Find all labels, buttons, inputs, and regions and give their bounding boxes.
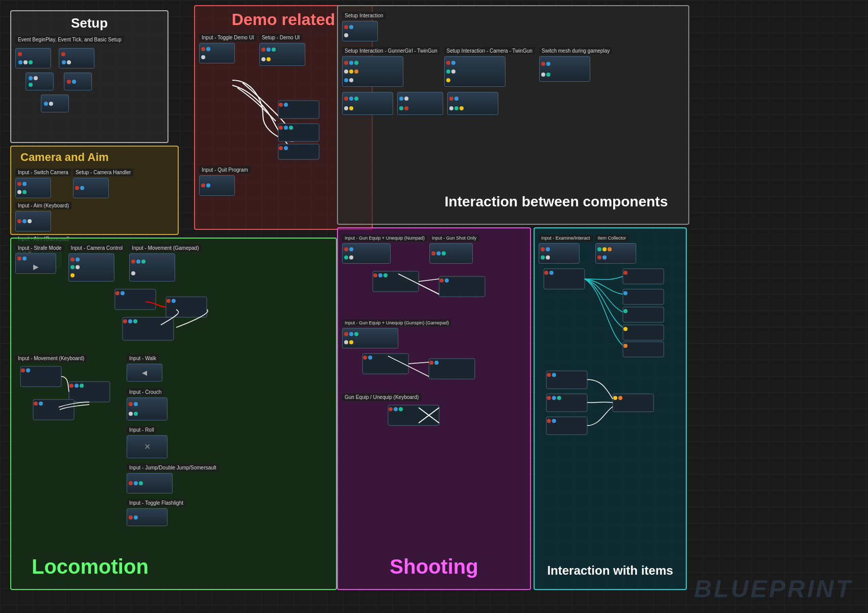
loco-flashlight-block	[127, 508, 167, 526]
svg-point-64	[623, 327, 628, 331]
svg-point-44	[429, 361, 433, 365]
shoot-block-3	[342, 328, 398, 348]
interaction-block-3	[444, 56, 505, 87]
svg-point-28	[34, 402, 38, 406]
loco-jump-block	[127, 473, 173, 493]
setup-node-3	[26, 73, 54, 90]
items-block-1	[539, 243, 580, 264]
svg-point-58	[623, 271, 628, 275]
shoot-node-4: Gun Equip / Unequip (Keyboard)	[342, 393, 421, 401]
svg-point-4	[279, 126, 283, 130]
svg-point-22	[26, 368, 30, 372]
items-wires	[539, 266, 682, 368]
svg-rect-59	[623, 289, 664, 304]
loco-block-2	[68, 253, 114, 281]
interaction-title: Interaction between components	[445, 193, 678, 210]
camera-section: Camera and Aim Input - Switch Camera Set…	[10, 146, 179, 235]
items-title: Interaction with items	[535, 563, 686, 578]
setup-node-4	[64, 73, 92, 90]
svg-rect-65	[623, 342, 664, 357]
shooting-title: Shooting	[338, 555, 530, 578]
interaction-extra-2	[397, 92, 443, 115]
shooting-wires-1	[342, 266, 526, 317]
svg-point-69	[552, 373, 556, 377]
interaction-node-2: Setup Interaction - GunnerGirl - TwinGun	[342, 47, 440, 55]
svg-point-26	[80, 384, 84, 388]
interaction-node-1: Setup Interaction	[342, 12, 386, 19]
svg-point-21	[21, 368, 25, 372]
svg-point-68	[547, 373, 551, 377]
svg-rect-74	[546, 417, 587, 435]
shooting-wires-3	[342, 403, 526, 443]
svg-point-14	[166, 299, 171, 303]
demo-node-3: Input - Quit Program	[199, 166, 251, 174]
svg-point-66	[623, 344, 628, 348]
shoot-block-1	[342, 243, 391, 264]
camera-title: Camera and Aim	[15, 151, 174, 164]
svg-point-11	[115, 291, 119, 295]
svg-point-19	[133, 319, 137, 323]
svg-point-62	[623, 309, 628, 313]
svg-rect-7	[278, 144, 319, 159]
items-node-1: Input - Examine/Interact	[539, 234, 593, 242]
camera-node-block-3	[15, 211, 51, 231]
svg-point-50	[394, 407, 398, 411]
camera-node-block-1	[15, 178, 51, 198]
interaction-block-4	[539, 56, 590, 82]
loco-node-crouch: Input - Crouch	[127, 388, 164, 396]
demo-block-2	[259, 43, 305, 66]
camera-node-3: Input - Aim (Keyboard)	[15, 202, 71, 209]
camera-node-2: Setup - Camera Handler	[73, 169, 133, 176]
loco-node-roll: Input - Roll	[127, 426, 156, 434]
loco-keyboard-nodes	[15, 364, 123, 425]
svg-line-39	[419, 284, 439, 294]
svg-point-75	[547, 419, 551, 423]
shoot-node-1: Input - Gun Equip + Unequip (Numpad)	[342, 234, 427, 242]
demo-node-2: Setup - Demo UI	[259, 34, 302, 41]
svg-point-56	[549, 271, 553, 275]
svg-line-38	[419, 279, 439, 281]
svg-point-33	[383, 273, 388, 277]
items-wires-2	[539, 368, 682, 450]
svg-point-41	[363, 356, 367, 360]
svg-point-18	[128, 319, 132, 323]
svg-point-78	[613, 396, 617, 400]
svg-rect-61	[623, 307, 664, 322]
items-block-2	[595, 243, 636, 264]
svg-rect-57	[623, 269, 664, 284]
svg-point-15	[172, 299, 176, 303]
svg-point-5	[284, 126, 288, 130]
svg-point-72	[552, 396, 556, 400]
svg-point-24	[69, 384, 74, 388]
svg-rect-77	[613, 394, 654, 412]
interaction-extra-3	[447, 92, 498, 115]
svg-point-71	[547, 396, 551, 400]
svg-point-12	[120, 291, 125, 295]
svg-point-45	[435, 361, 439, 365]
loco-node-jump: Input - Jump/Double Jump/Somersault	[127, 464, 219, 471]
svg-line-47	[408, 362, 429, 364]
svg-point-32	[378, 273, 382, 277]
locomotion-section: Input - Strafe Mode ▶ Input - Camera Con…	[10, 238, 337, 590]
demo-block-1	[199, 43, 235, 63]
svg-point-25	[75, 384, 79, 388]
svg-rect-63	[623, 325, 664, 340]
locomotion-title: Locomotion	[21, 555, 149, 578]
shooting-wires-2	[342, 351, 526, 392]
svg-point-55	[544, 271, 548, 275]
svg-rect-67	[546, 371, 587, 389]
setup-node-1	[15, 48, 51, 68]
loco-block-3	[129, 253, 175, 281]
loco-node-keyboard: Input - Movement (Keyboard)	[15, 355, 87, 362]
svg-point-76	[552, 419, 556, 423]
svg-point-29	[39, 402, 43, 406]
interaction-node-3: Setup Interaction - Camera - TwinGun	[444, 47, 535, 55]
shoot-block-2	[429, 243, 473, 264]
svg-rect-70	[546, 394, 587, 412]
svg-point-1	[279, 103, 283, 107]
items-section: Input - Examine/Interact Item Collector	[534, 227, 687, 590]
svg-point-60	[623, 291, 628, 295]
svg-point-8	[279, 146, 283, 150]
loco-crouch-block	[127, 397, 167, 420]
interaction-block-2	[342, 56, 403, 87]
